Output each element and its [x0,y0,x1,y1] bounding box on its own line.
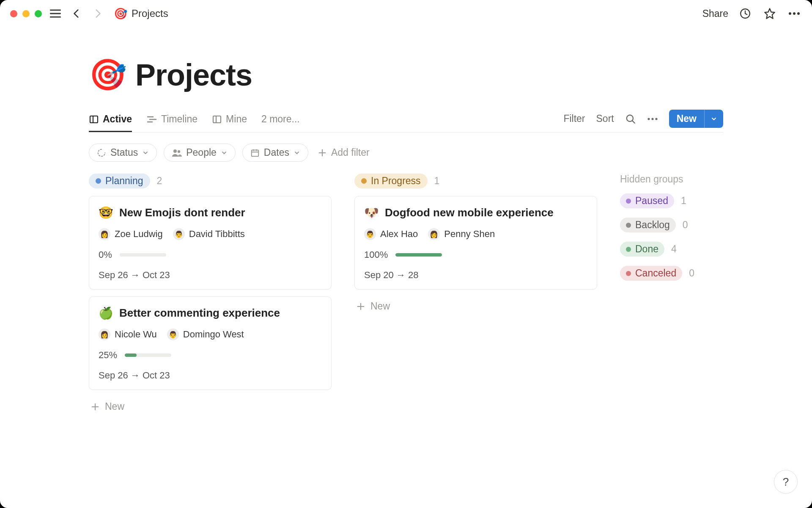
board: Planning2🤓New Emojis dont render👩Zoe Lud… [89,174,723,417]
chevron-down-icon [294,149,300,156]
window-minimize-button[interactable] [22,10,30,17]
search-icon[interactable] [625,113,636,124]
board-card[interactable]: 🤓New Emojis dont render👩Zoe Ludwig👨David… [89,196,332,290]
new-button-label[interactable]: New [669,110,704,128]
breadcrumb[interactable]: 🎯 Projects [114,7,168,20]
add-filter-label: Add filter [331,147,370,158]
assignee: 👨Domingo West [167,329,244,340]
status-pill[interactable]: In Progress [354,174,428,188]
avatar: 👩 [99,228,110,240]
breadcrumb-title: Projects [132,8,168,19]
card-emoji: 🐶 [364,206,379,220]
svg-point-18 [651,118,653,120]
avatar: 👨 [167,329,179,340]
page-emoji[interactable]: 🎯 [89,57,127,93]
back-button[interactable] [69,6,84,21]
window-zoom-button[interactable] [35,10,42,17]
column-count: 1 [434,175,440,187]
help-button[interactable]: ? [774,470,798,494]
avatar: 👩 [428,228,440,240]
date-range: Sep 20 → 28 [364,270,587,281]
sort-button[interactable]: Sort [596,113,614,124]
status-icon [97,148,106,157]
breadcrumb-emoji: 🎯 [114,7,127,20]
view-tab-active[interactable]: Active [89,110,132,132]
avatar: 👨 [364,228,376,240]
column-new-button[interactable]: New [354,296,597,316]
hidden-groups: Hidden groupsPaused1Backlog0Done4Cancele… [620,174,721,290]
calendar-icon [250,148,260,157]
hidden-group-item[interactable]: Paused1 [620,193,721,208]
page-title: 🎯 Projects [89,57,723,93]
progress-bar [125,353,171,357]
svg-point-5 [789,12,791,15]
board-card[interactable]: 🍏Better commenting experience👩Nicole Wu👨… [89,296,332,390]
views-more[interactable]: 2 more... [261,110,300,132]
svg-point-7 [797,12,800,15]
board-column: Planning2🤓New Emojis dont render👩Zoe Lud… [89,174,332,417]
hidden-groups-title: Hidden groups [620,174,721,185]
svg-marker-4 [765,8,774,18]
sidebar-toggle-icon[interactable] [48,6,63,21]
forward-button[interactable] [90,6,105,21]
filter-chip-dates[interactable]: Dates [242,144,308,162]
column-new-button[interactable]: New [89,397,332,417]
avatar: 👨 [173,228,185,240]
assignee: 👨David Tibbitts [173,228,245,240]
people-icon [172,149,182,157]
page-title-text[interactable]: Projects [135,58,252,92]
new-button[interactable]: New [669,110,723,128]
updates-icon[interactable] [738,6,753,21]
filter-button[interactable]: Filter [563,113,585,124]
avatar: 👩 [99,329,110,340]
chevron-down-icon [221,149,228,156]
card-emoji: 🍏 [99,306,113,320]
filter-chip-people[interactable]: People [164,144,236,162]
view-options-icon[interactable] [647,117,658,121]
svg-rect-22 [252,150,259,156]
hidden-group-count: 4 [671,243,677,255]
card-title-text: Better commenting experience [119,306,280,320]
progress-bar [395,253,442,257]
card-title-text: New Emojis dont render [119,206,245,219]
share-button[interactable]: Share [702,8,728,19]
window-close-button[interactable] [10,10,17,17]
assignee: 👩Zoe Ludwig [99,228,163,240]
board-card[interactable]: 🐶Dogfood new mobile experience👨Alex Hao👩… [354,196,597,290]
view-tab-mine[interactable]: Mine [212,110,247,132]
svg-rect-13 [213,116,221,123]
filter-chip-status[interactable]: Status [89,144,157,162]
hidden-group-item[interactable]: Backlog0 [620,218,721,232]
board-column: In Progress1🐶Dogfood new mobile experien… [354,174,597,316]
hidden-group-count: 0 [689,268,694,279]
filters-row: StatusPeopleDates Add filter [89,133,723,174]
assignee: 👨Alex Hao [364,228,418,240]
status-pill[interactable]: Planning [89,174,150,188]
svg-line-16 [632,120,634,123]
traffic-lights [10,10,42,17]
date-range: Sep 26 → Oct 23 [99,370,322,381]
chevron-down-icon [142,149,149,156]
hidden-group-item[interactable]: Canceled0 [620,266,721,281]
add-filter-button[interactable]: Add filter [318,147,370,158]
more-icon[interactable] [787,6,802,21]
view-tab-timeline[interactable]: Timeline [146,110,198,132]
card-emoji: 🤓 [99,206,113,220]
svg-point-19 [655,118,657,120]
hidden-group-item[interactable]: Done4 [620,242,721,257]
svg-point-6 [793,12,796,15]
assignee: 👩Nicole Wu [99,329,157,340]
new-button-dropdown[interactable] [704,110,723,128]
progress-percent: 100% [364,249,388,260]
progress-percent: 25% [99,350,117,361]
favorite-icon[interactable] [762,6,777,21]
timeline-icon [146,115,157,124]
svg-point-20 [173,149,177,153]
svg-point-21 [178,150,180,152]
assignee: 👩Penny Shen [428,228,495,240]
board-icon [212,114,222,124]
svg-rect-8 [90,116,98,123]
hidden-group-count: 0 [683,219,688,231]
hidden-group-count: 1 [681,195,686,207]
column-count: 2 [157,175,162,187]
